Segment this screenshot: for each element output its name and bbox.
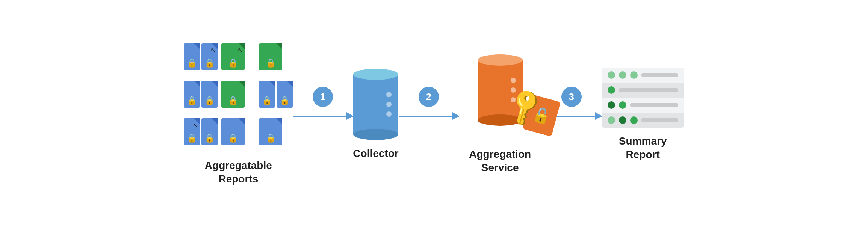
lock-icon: 🔒 — [204, 133, 215, 143]
aggregation-visual-wrapper: 🔑 🔓 — [459, 54, 541, 141]
summary-dot — [619, 116, 626, 124]
summary-line — [641, 73, 678, 77]
aggregation-cylinder-wrapper: 🔑 🔓 — [478, 54, 523, 126]
summary-row — [602, 68, 684, 83]
step-1-badge: 1 — [313, 87, 333, 107]
cylinder-dot — [511, 87, 516, 93]
summary-dot — [608, 116, 615, 124]
report-item: 🔒 ↖🔒 — [184, 43, 218, 77]
aggregatable-reports-node: 🔒 ↖🔒 ↖🔒 🔒 🔒 🔒 — [184, 43, 293, 186]
cylinder-dots — [386, 92, 392, 117]
summary-report-visual — [602, 68, 684, 128]
aggregation-service-label: Aggregation Service — [469, 148, 531, 175]
summary-row — [602, 83, 684, 98]
lock-icon: 🔒 — [187, 96, 197, 105]
arrow-line-2 — [399, 116, 459, 117]
report-item: 🔒 — [221, 81, 255, 114]
summary-dot — [608, 71, 615, 79]
report-item: 🔒 — [221, 118, 255, 152]
lock-icon: 🔒 — [187, 58, 197, 68]
summary-line — [630, 103, 678, 107]
diagram: 🔒 ↖🔒 ↖🔒 🔒 🔒 🔒 — [0, 43, 868, 186]
arrow-2-container: 2 — [399, 87, 459, 142]
file-icon-blue: 🔒 — [259, 81, 275, 108]
summary-row — [602, 113, 684, 128]
lock-icon: 🔒 — [228, 96, 238, 105]
cursor-icon: ↖ — [193, 121, 198, 130]
collector-cylinder-wrapper — [353, 69, 398, 140]
file-icon-blue: 🔒 — [184, 43, 200, 70]
file-icon-green: 🔒 — [259, 43, 282, 70]
report-item: ↖🔒 — [221, 43, 255, 77]
summary-dot — [619, 101, 626, 109]
cylinder-dot — [386, 92, 392, 97]
lock-icon: 🔒 — [204, 58, 215, 68]
cylinder-dot — [511, 78, 516, 83]
summary-line — [641, 118, 678, 122]
lock-icon: 🔒 — [204, 96, 215, 105]
lock-icon: 🔒 — [228, 58, 238, 68]
summary-dot — [608, 86, 615, 94]
aggregation-service-node: 🔑 🔓 Aggregation Service — [459, 54, 541, 175]
report-item: ↖🔒 🔒 — [184, 118, 218, 152]
summary-line — [619, 88, 678, 92]
report-item: 🔒 🔒 — [184, 81, 218, 114]
lock-icon: 🔒 — [262, 96, 272, 105]
arrow-line-1 — [293, 116, 353, 117]
file-icon-blue: ↖🔒 — [201, 43, 218, 70]
cylinder-body — [353, 74, 398, 134]
collector-cylinder — [353, 69, 398, 140]
lock-icon: 🔒 — [187, 133, 197, 143]
file-icon-blue: 🔒 — [201, 118, 218, 145]
file-icon-blue: 🔒 — [184, 81, 200, 108]
file-icon-blue: 🔒 — [201, 81, 218, 108]
report-item: 🔒 — [259, 43, 293, 77]
collector-node: Collector — [353, 69, 398, 160]
lock-icon: 🔒 — [280, 96, 290, 105]
summary-dot — [630, 71, 638, 79]
lock-icon: 🔒 — [266, 58, 276, 68]
cylinder-top — [478, 54, 523, 66]
cursor-icon: ↖ — [210, 46, 216, 54]
file-icon-blue: 🔒 — [277, 81, 293, 108]
collector-label: Collector — [353, 147, 398, 160]
arrow-1 — [293, 112, 353, 120]
summary-dot — [630, 116, 638, 124]
lock-icon: 🔒 — [228, 133, 238, 143]
summary-dot — [619, 71, 626, 79]
cursor-icon: ↖ — [237, 46, 243, 54]
step-2-badge: 2 — [419, 87, 439, 107]
cylinder-top — [353, 69, 398, 80]
aggregatable-reports-label: Aggregatable Reports — [205, 159, 272, 186]
file-icon-green: ↖🔒 — [221, 43, 245, 70]
file-icon-blue: ↖🔒 — [184, 118, 200, 145]
arrow-2 — [399, 112, 459, 120]
cylinder-bottom — [353, 129, 398, 140]
summary-report-node: Summary Report — [602, 68, 684, 162]
reports-grid: 🔒 ↖🔒 ↖🔒 🔒 🔒 🔒 — [184, 43, 293, 152]
report-item: 🔒 🔒 — [259, 81, 293, 114]
cylinder-dot — [386, 102, 392, 107]
report-item: 🔒 — [259, 118, 293, 152]
file-icon-blue: 🔒 — [221, 118, 245, 145]
summary-row — [602, 98, 684, 113]
lock-icon: 🔒 — [266, 133, 276, 143]
step-3-badge: 3 — [561, 87, 582, 107]
arrow-1-container: 1 — [293, 87, 353, 142]
summary-report-label: Summary Report — [619, 134, 667, 162]
cylinder-dot — [386, 111, 392, 117]
file-icon-blue: 🔒 — [259, 118, 282, 145]
summary-dot — [608, 101, 615, 109]
file-icon-green: 🔒 — [221, 81, 245, 108]
